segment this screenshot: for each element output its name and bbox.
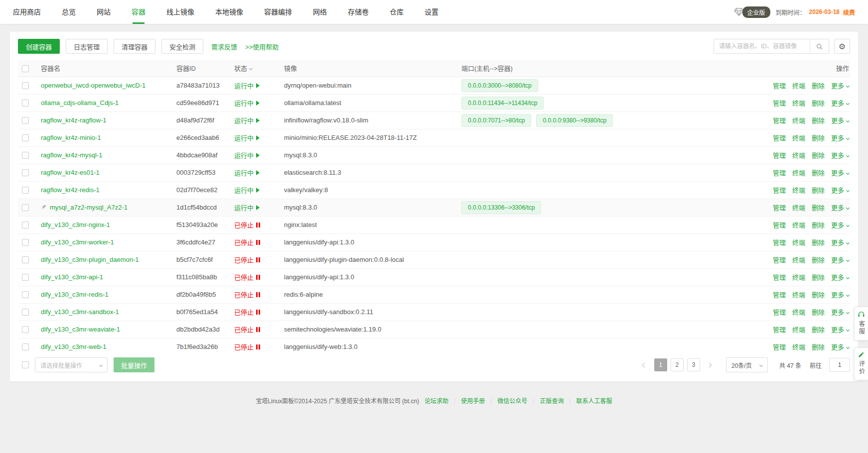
row-checkbox[interactable] xyxy=(22,326,29,333)
footer-link[interactable]: 正版查询 xyxy=(540,396,564,405)
container-name-link[interactable]: dify_v130_c3mr-sandbox-1 xyxy=(41,308,119,316)
nav-item[interactable]: 设置 xyxy=(425,0,438,24)
row-checkbox[interactable] xyxy=(22,117,29,124)
log-manage-button[interactable]: 日志管理 xyxy=(66,39,108,54)
container-name-link[interactable]: dify_v130_c3mr-plugin_daemon-1 xyxy=(41,256,139,263)
nav-item[interactable]: 容器 xyxy=(132,0,145,24)
action-delete[interactable]: 删除 xyxy=(812,291,825,299)
action-terminal[interactable]: 终端 xyxy=(792,82,805,90)
action-terminal[interactable]: 终端 xyxy=(792,100,805,107)
row-checkbox[interactable] xyxy=(22,274,29,281)
container-name-link[interactable]: ragflow_kr4z-minio-1 xyxy=(41,134,101,141)
action-delete[interactable]: 删除 xyxy=(812,326,825,334)
action-delete[interactable]: 删除 xyxy=(812,239,825,246)
header-status[interactable]: 状态 xyxy=(234,60,284,77)
footer-link[interactable]: 联系人工客服 xyxy=(577,396,612,405)
action-delete[interactable]: 删除 xyxy=(812,222,825,229)
action-terminal[interactable]: 终端 xyxy=(792,187,805,194)
action-delete[interactable]: 删除 xyxy=(812,274,825,281)
nav-item[interactable]: 本地镜像 xyxy=(215,0,243,24)
action-terminal[interactable]: 终端 xyxy=(792,326,805,334)
page-number[interactable]: 1 xyxy=(654,358,667,371)
action-delete[interactable]: 删除 xyxy=(812,152,825,159)
footer-link[interactable]: 微信公众号 xyxy=(497,396,527,405)
container-name-link[interactable]: ollama_cdjs-ollama_Cdjs-1 xyxy=(41,99,119,107)
nav-item[interactable]: 总览 xyxy=(62,0,76,24)
action-delete[interactable]: 删除 xyxy=(812,309,825,316)
settings-gear-button[interactable]: ⚙ xyxy=(834,39,850,54)
action-delete[interactable]: 删除 xyxy=(812,343,825,351)
action-delete[interactable]: 删除 xyxy=(812,134,825,142)
action-terminal[interactable]: 终端 xyxy=(792,343,805,351)
action-terminal[interactable]: 终端 xyxy=(792,134,805,142)
nav-item[interactable]: 仓库 xyxy=(390,0,404,24)
batch-operation-select[interactable]: 请选择批量操作 xyxy=(35,357,108,372)
action-manage[interactable]: 管理 xyxy=(773,152,786,159)
action-more[interactable]: 更多 xyxy=(831,291,849,299)
action-manage[interactable]: 管理 xyxy=(773,343,786,351)
action-manage[interactable]: 管理 xyxy=(773,134,786,142)
page-number[interactable]: 3 xyxy=(687,358,700,371)
container-name-link[interactable]: mysql_a7z2-mysql_A7z2-1 xyxy=(50,204,128,211)
row-checkbox[interactable] xyxy=(22,256,29,263)
page-number[interactable]: 2 xyxy=(671,358,684,371)
action-terminal[interactable]: 终端 xyxy=(792,256,805,264)
nav-item[interactable]: 网站 xyxy=(97,0,111,24)
search-input[interactable] xyxy=(714,39,810,53)
action-more[interactable]: 更多 xyxy=(831,239,849,246)
nav-item[interactable]: 网络 xyxy=(313,0,327,24)
nav-item[interactable]: 容器编排 xyxy=(264,0,292,24)
action-more[interactable]: 更多 xyxy=(831,326,849,334)
container-name-link[interactable]: dify_v130_c3mr-web-1 xyxy=(41,343,107,350)
row-checkbox[interactable] xyxy=(22,134,29,141)
nav-item[interactable]: 存储卷 xyxy=(348,0,369,24)
action-manage[interactable]: 管理 xyxy=(773,100,786,107)
customer-service-widget[interactable]: 客服 xyxy=(854,307,868,340)
container-name-link[interactable]: dify_v130_c3mr-weaviate-1 xyxy=(41,326,120,333)
action-more[interactable]: 更多 xyxy=(831,100,849,107)
search-button[interactable] xyxy=(810,39,829,53)
page-size-select[interactable]: 20条/页 xyxy=(726,357,768,372)
action-more[interactable]: 更多 xyxy=(831,117,849,124)
action-manage[interactable]: 管理 xyxy=(773,169,786,177)
action-manage[interactable]: 管理 xyxy=(773,274,786,281)
row-checkbox[interactable] xyxy=(22,222,29,228)
row-checkbox[interactable] xyxy=(22,100,29,107)
action-manage[interactable]: 管理 xyxy=(773,291,786,299)
row-checkbox[interactable] xyxy=(22,239,29,246)
action-delete[interactable]: 删除 xyxy=(812,82,825,90)
row-checkbox[interactable] xyxy=(22,343,29,350)
container-name-link[interactable]: dify_v130_c3mr-api-1 xyxy=(41,273,103,281)
row-checkbox[interactable] xyxy=(22,309,29,316)
renew-link[interactable]: 续费 xyxy=(843,8,855,16)
clean-container-button[interactable]: 清理容器 xyxy=(114,39,155,54)
action-delete[interactable]: 删除 xyxy=(812,100,825,107)
action-terminal[interactable]: 终端 xyxy=(792,152,805,159)
action-manage[interactable]: 管理 xyxy=(773,326,786,334)
container-name-link[interactable]: ragflow_kr4z-mysql-1 xyxy=(41,151,103,159)
footer-link[interactable]: 论坛求助 xyxy=(425,396,448,405)
container-name-link[interactable]: ragflow_kr4z-redis-1 xyxy=(41,186,100,194)
next-page-button[interactable] xyxy=(704,358,716,371)
help-link[interactable]: >>使用帮助 xyxy=(245,42,279,51)
action-terminal[interactable]: 终端 xyxy=(792,222,805,229)
select-all-checkbox[interactable] xyxy=(22,65,29,72)
action-more[interactable]: 更多 xyxy=(831,309,849,316)
action-more[interactable]: 更多 xyxy=(831,187,849,194)
row-checkbox[interactable] xyxy=(22,169,29,176)
row-checkbox[interactable] xyxy=(22,204,29,211)
row-checkbox[interactable] xyxy=(22,291,29,298)
container-name-link[interactable]: dify_v130_c3mr-worker-1 xyxy=(41,238,114,246)
action-more[interactable]: 更多 xyxy=(831,222,849,229)
action-delete[interactable]: 删除 xyxy=(812,169,825,177)
action-terminal[interactable]: 终端 xyxy=(792,204,805,212)
action-terminal[interactable]: 终端 xyxy=(792,274,805,281)
container-name-link[interactable]: dify_v130_c3mr-redis-1 xyxy=(41,291,109,298)
action-more[interactable]: 更多 xyxy=(831,169,849,177)
action-more[interactable]: 更多 xyxy=(831,256,849,264)
nav-item[interactable]: 线上镜像 xyxy=(166,0,194,24)
goto-page-input[interactable] xyxy=(829,358,850,372)
action-more[interactable]: 更多 xyxy=(831,82,849,90)
action-terminal[interactable]: 终端 xyxy=(792,169,805,177)
action-terminal[interactable]: 终端 xyxy=(792,239,805,246)
